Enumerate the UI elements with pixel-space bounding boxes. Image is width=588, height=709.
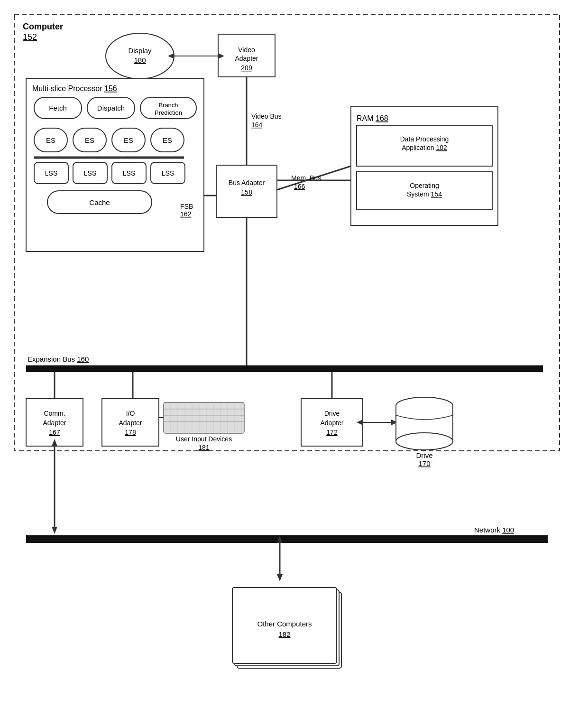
svg-text:System 154: System 154 <box>407 190 442 198</box>
svg-rect-50 <box>351 107 498 225</box>
svg-text:Video Bus: Video Bus <box>251 112 282 120</box>
svg-text:Cache: Cache <box>89 198 110 206</box>
svg-text:FSB: FSB <box>180 203 193 210</box>
svg-text:Multi-slice Processor 156: Multi-slice Processor 156 <box>32 84 117 93</box>
svg-rect-0 <box>14 14 560 451</box>
svg-text:166: 166 <box>294 183 305 190</box>
svg-rect-25 <box>112 162 146 184</box>
svg-text:Fetch: Fetch <box>49 104 67 112</box>
svg-rect-119 <box>232 588 337 663</box>
svg-rect-5 <box>34 97 82 119</box>
svg-rect-34 <box>218 34 275 77</box>
svg-point-31 <box>106 33 174 79</box>
svg-rect-52 <box>357 126 492 166</box>
svg-rect-95 <box>301 399 363 446</box>
svg-rect-12 <box>34 128 67 152</box>
svg-rect-23 <box>73 162 107 184</box>
svg-text:181: 181 <box>198 444 210 451</box>
svg-text:178: 178 <box>125 429 136 436</box>
svg-marker-111 <box>52 439 57 446</box>
svg-rect-14 <box>73 128 106 152</box>
svg-marker-40 <box>218 53 224 59</box>
svg-text:ES: ES <box>85 136 94 144</box>
svg-text:Mem. Bus: Mem. Bus <box>291 174 321 182</box>
svg-rect-27 <box>151 162 185 184</box>
svg-text:Display: Display <box>128 47 152 55</box>
svg-text:Adapter: Adapter <box>119 419 142 427</box>
svg-rect-21 <box>34 162 68 184</box>
svg-text:Adapter: Adapter <box>320 419 343 427</box>
svg-rect-118 <box>235 590 339 666</box>
svg-rect-103 <box>396 406 453 441</box>
svg-text:ES: ES <box>163 136 172 144</box>
svg-text:Adapter: Adapter <box>43 419 66 427</box>
svg-text:Expansion Bus 160: Expansion Bus 160 <box>28 355 89 363</box>
svg-text:Prediction: Prediction <box>155 109 182 116</box>
svg-point-102 <box>396 397 453 414</box>
svg-text:172: 172 <box>326 429 338 436</box>
svg-text:182: 182 <box>278 630 290 638</box>
svg-text:ES: ES <box>46 136 55 144</box>
svg-text:170: 170 <box>418 459 430 467</box>
svg-rect-16 <box>112 128 145 152</box>
svg-text:162: 162 <box>180 210 192 218</box>
svg-text:Network 100: Network 100 <box>474 526 514 534</box>
svg-rect-3 <box>26 78 204 252</box>
svg-text:Computer: Computer <box>23 22 63 31</box>
svg-text:152: 152 <box>23 32 37 42</box>
svg-text:167: 167 <box>49 429 60 436</box>
svg-marker-115 <box>277 574 283 581</box>
svg-text:Dispatch: Dispatch <box>97 104 125 112</box>
svg-text:Bus Adapter: Bus Adapter <box>229 179 265 187</box>
svg-marker-116 <box>277 536 283 543</box>
diagram-container: { "diagram": { "title": "Computer Archit… <box>0 0 588 709</box>
svg-text:209: 209 <box>241 64 252 72</box>
svg-text:180: 180 <box>134 56 146 64</box>
svg-text:User Input Devices: User Input Devices <box>176 435 232 443</box>
svg-text:Data Processing: Data Processing <box>400 135 449 143</box>
svg-marker-101 <box>391 420 397 425</box>
svg-rect-76 <box>164 402 244 433</box>
svg-text:Application 102: Application 102 <box>402 144 447 151</box>
svg-text:LSS: LSS <box>123 169 135 177</box>
svg-text:Comm.: Comm. <box>44 410 65 417</box>
svg-point-106 <box>396 433 453 450</box>
svg-text:Operating: Operating <box>410 182 439 189</box>
svg-text:Drive: Drive <box>324 410 340 417</box>
svg-rect-112 <box>26 535 548 543</box>
svg-rect-117 <box>237 592 341 668</box>
diagram-svg: Computer 152 Multi-slice Processor 156 F… <box>0 0 588 709</box>
svg-text:164: 164 <box>251 121 263 129</box>
svg-text:158: 158 <box>241 188 252 196</box>
svg-text:Video: Video <box>238 46 255 54</box>
svg-rect-55 <box>357 172 492 210</box>
svg-rect-64 <box>26 365 543 372</box>
svg-marker-100 <box>357 420 363 425</box>
svg-rect-7 <box>87 97 135 119</box>
svg-text:Adapter: Adapter <box>235 55 258 62</box>
svg-text:ES: ES <box>124 136 133 144</box>
svg-line-58 <box>277 166 351 190</box>
svg-text:LSS: LSS <box>84 169 96 177</box>
svg-rect-9 <box>140 97 196 119</box>
svg-text:Other Computers: Other Computers <box>257 620 312 628</box>
svg-text:Drive: Drive <box>416 451 432 459</box>
svg-rect-29 <box>47 191 152 214</box>
svg-text:Branch: Branch <box>158 102 178 109</box>
svg-text:LSS: LSS <box>45 169 57 177</box>
svg-text:I/O: I/O <box>126 410 135 417</box>
svg-text:LSS: LSS <box>162 169 174 177</box>
svg-rect-44 <box>216 165 277 217</box>
svg-line-61 <box>277 166 351 191</box>
svg-rect-18 <box>151 128 184 152</box>
svg-text:RAM 168: RAM 168 <box>357 114 388 122</box>
svg-marker-110 <box>52 527 57 534</box>
svg-rect-72 <box>102 399 159 446</box>
svg-marker-39 <box>168 53 174 59</box>
svg-rect-67 <box>26 399 83 446</box>
